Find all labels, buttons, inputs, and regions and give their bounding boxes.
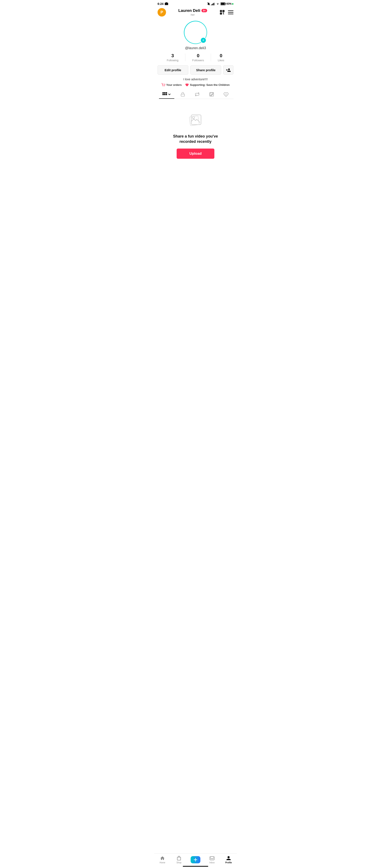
qr-icon [219, 9, 225, 15]
chevron-down-icon [168, 93, 171, 96]
svg-rect-12 [220, 10, 221, 11]
svg-rect-7 [225, 3, 226, 4]
empty-state: Share a fun video you've recorded recent… [154, 99, 237, 167]
svg-rect-13 [223, 10, 224, 11]
menu-button[interactable] [228, 9, 234, 15]
notification-badge[interactable]: 9+ [202, 9, 207, 12]
battery-icon [220, 2, 226, 5]
svg-rect-14 [220, 13, 221, 14]
edit-profile-button[interactable]: Edit profile [157, 65, 188, 74]
lock-icon [180, 92, 185, 97]
heart-diamond-icon [185, 83, 189, 87]
extra-links: Your orders Supporting: Save the Childre… [161, 83, 230, 87]
stat-followers[interactable]: 0 Followers [185, 53, 211, 62]
action-buttons: Edit profile Share profile [157, 65, 234, 74]
orders-link[interactable]: Your orders [161, 83, 182, 87]
svg-rect-36 [164, 92, 165, 93]
qr-code-button[interactable] [219, 9, 225, 15]
tagged-icon [209, 92, 214, 97]
svg-point-33 [164, 86, 165, 87]
liked-icon [223, 92, 229, 97]
green-dot [232, 3, 234, 5]
status-bar: 6:24 93% [154, 0, 237, 7]
tab-videos[interactable] [159, 91, 174, 98]
tab-private[interactable] [177, 91, 188, 99]
username: @lauren.deli3 [185, 46, 206, 50]
no-content-icon [186, 112, 205, 129]
svg-rect-2 [212, 4, 213, 5]
upload-button[interactable]: Upload [177, 149, 214, 159]
status-indicators: 93% [207, 2, 234, 5]
stats-row: 3 Following 0 Followers 0 Likes [157, 53, 234, 62]
svg-point-32 [162, 86, 163, 87]
tab-liked[interactable] [220, 91, 232, 99]
hamburger-icon [228, 9, 234, 15]
stat-following[interactable]: 3 Following [160, 53, 185, 62]
repost-icon [194, 92, 200, 96]
add-person-icon [226, 68, 231, 72]
supporting-link[interactable]: Supporting: Save the Children [185, 83, 230, 87]
svg-rect-5 [214, 4, 215, 5]
svg-rect-1 [211, 4, 212, 5]
profile-section: + @lauren.deli3 3 Following 0 Followers … [154, 19, 237, 99]
empty-title: Share a fun video you've recorded recent… [173, 134, 218, 144]
cart-icon [161, 83, 165, 87]
header: P Lauren Deli 9+ her [154, 7, 237, 19]
battery-indicator: 93% [220, 2, 234, 5]
stat-likes[interactable]: 0 Likes [211, 53, 231, 62]
tab-tagged[interactable] [206, 91, 217, 99]
svg-rect-38 [162, 94, 164, 95]
header-title: Lauren Deli 9+ [178, 8, 207, 13]
header-right [219, 9, 234, 15]
svg-rect-40 [166, 94, 167, 95]
header-subtitle: her [191, 13, 195, 16]
empty-icon [186, 112, 205, 129]
signal-icon [211, 3, 215, 5]
svg-rect-17 [228, 14, 234, 14]
svg-rect-16 [228, 12, 234, 13]
avatar-add-button[interactable]: + [200, 37, 206, 43]
bio-text: I love adventure!!!! [183, 78, 208, 81]
status-time: 6:24 [157, 2, 168, 5]
grid-icon [162, 92, 167, 96]
avatar-p-badge[interactable]: P [157, 8, 166, 17]
wifi-icon [216, 2, 220, 5]
header-center: Lauren Deli 9+ her [178, 8, 207, 16]
tab-reposts[interactable] [191, 91, 203, 98]
svg-rect-3 [213, 3, 213, 5]
camera-icon [164, 2, 168, 5]
svg-point-46 [192, 117, 194, 119]
share-profile-button[interactable]: Share profile [190, 65, 221, 74]
avatar-container: + [184, 21, 207, 44]
svg-rect-15 [228, 10, 234, 11]
svg-rect-39 [164, 94, 165, 95]
svg-rect-41 [181, 94, 185, 96]
add-friend-button[interactable] [223, 65, 234, 74]
svg-rect-35 [162, 92, 164, 93]
svg-rect-37 [166, 92, 167, 93]
muted-icon [207, 2, 210, 5]
svg-rect-8 [221, 3, 225, 5]
content-tabs [157, 89, 234, 99]
